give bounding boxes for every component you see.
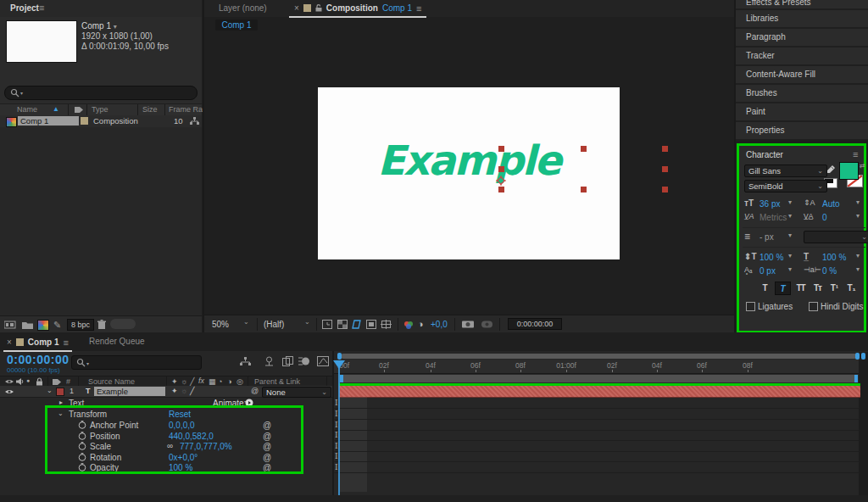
stopwatch-icon[interactable] — [78, 442, 86, 450]
selection-handle[interactable] — [581, 146, 587, 152]
ligatures-checkbox[interactable] — [746, 302, 755, 311]
expand-chevron-icon[interactable]: ▸ — [59, 399, 63, 406]
project-col-framerate[interactable]: Frame Ra.. — [169, 105, 207, 114]
interpret-footage-icon[interactable] — [4, 321, 16, 329]
panel-tab-properties[interactable]: Properties — [736, 122, 868, 141]
property-name[interactable]: Rotation — [90, 453, 121, 462]
playhead-line[interactable] — [338, 366, 340, 495]
project-panel-title[interactable]: Project — [10, 3, 39, 13]
work-area-start-handle[interactable] — [340, 375, 343, 382]
swap-fill-stroke-icon[interactable]: ⇄ — [860, 162, 865, 170]
subscript-button[interactable]: T₁ — [844, 282, 859, 293]
source-name-column[interactable]: Source Name — [88, 377, 135, 386]
show-snapshot-icon[interactable] — [481, 320, 492, 328]
project-col-type[interactable]: Type — [92, 105, 108, 114]
property-value[interactable]: 777,0,777,0% — [180, 442, 232, 451]
kerning-value[interactable]: Metrics — [760, 213, 787, 222]
composition-canvas[interactable]: Example — [318, 87, 620, 259]
stopwatch-icon[interactable] — [78, 421, 86, 429]
search-options-icon[interactable]: ▾ — [20, 91, 23, 96]
selection-handle[interactable] — [662, 166, 668, 172]
layer-label-swatch[interactable] — [56, 388, 64, 396]
panel-menu-icon[interactable]: ≡ — [853, 149, 858, 159]
panel-tab-libraries[interactable]: Libraries — [736, 10, 868, 29]
label-color-column-icon[interactable] — [75, 106, 83, 114]
text-group-label[interactable]: Text — [69, 399, 84, 408]
channel-rgb-icon[interactable] — [403, 321, 414, 329]
layer-visibility-eye-icon[interactable] — [4, 388, 14, 395]
resolution-dropdown[interactable]: (Half) — [264, 320, 284, 329]
search-options-icon[interactable]: ▾ — [86, 361, 89, 366]
panel-tab-content-aware-fill[interactable]: Content-Aware Fill — [736, 66, 868, 85]
project-col-size[interactable]: Size — [142, 105, 158, 114]
tab-composition[interactable]: × Composition Comp 1 ≡ — [289, 0, 426, 18]
layer-name[interactable]: Example — [94, 387, 165, 396]
stroke-style-dropdown[interactable]: ⌄ — [804, 231, 868, 243]
superscript-button[interactable]: T¹ — [827, 282, 842, 293]
transform-label[interactable]: Transform — [69, 410, 107, 419]
navigator-start-handle[interactable] — [337, 353, 342, 360]
layer-pickwhip-icon[interactable]: @ — [251, 387, 259, 395]
chevron-down-icon[interactable]: ⌄ — [304, 319, 310, 326]
unlock-icon[interactable] — [315, 4, 322, 12]
property-value[interactable]: 0x+0,0° — [169, 453, 198, 462]
panel-menu-icon[interactable]: ≡ — [416, 3, 421, 14]
stopwatch-icon[interactable] — [78, 432, 86, 440]
dropdown-icon[interactable]: ▾ — [856, 199, 860, 206]
tab-layer[interactable]: Layer (none) — [219, 3, 267, 13]
character-panel-title[interactable]: Character — [746, 150, 783, 159]
layer-expand-chevron-icon[interactable]: ⌄ — [47, 388, 53, 394]
property-name[interactable]: Opacity — [90, 463, 119, 472]
fill-color-swatch[interactable] — [839, 162, 859, 180]
transform-reset-link[interactable]: Reset — [169, 410, 191, 419]
work-area-bar[interactable] — [339, 374, 859, 383]
snapshot-camera-icon[interactable] — [462, 320, 474, 328]
dropdown-icon[interactable]: ▾ — [788, 232, 792, 239]
current-timecode[interactable]: 0:00:00:00 — [7, 353, 70, 366]
tab-timeline-comp[interactable]: × Comp 1 ≡ — [3, 334, 72, 352]
all-caps-button[interactable]: TT — [793, 282, 808, 293]
layer-quality-icon[interactable]: ✦ — [171, 387, 178, 395]
eyedropper-icon[interactable] — [826, 165, 836, 175]
pickwhip-icon[interactable]: @ — [263, 453, 271, 462]
property-row-position[interactable]: Position 440,0,582,0 @ — [0, 431, 332, 441]
parent-dropdown[interactable]: None⌄ — [262, 387, 331, 398]
layer-collapse-icon[interactable]: ☼ — [181, 387, 187, 395]
property-value[interactable]: 100 % — [169, 463, 192, 472]
faux-italic-button[interactable]: T — [775, 282, 791, 295]
pickwhip-icon[interactable]: @ — [263, 432, 271, 441]
motion-blur-icon[interactable] — [298, 356, 310, 366]
new-composition-icon[interactable] — [37, 320, 49, 331]
guides-icon[interactable] — [366, 320, 376, 329]
panel-tab-brushes[interactable]: Brushes — [736, 85, 868, 103]
tsume-value[interactable]: 0 % — [822, 266, 837, 276]
trash-icon[interactable] — [97, 320, 106, 329]
region-of-interest-icon[interactable] — [322, 320, 332, 329]
exposure-icon[interactable]: ◑ — [418, 319, 424, 329]
timeline-navigator-bar[interactable] — [341, 354, 857, 359]
project-comp-name[interactable]: Comp 1 ▾ — [81, 21, 169, 31]
exposure-value[interactable]: +0,0 — [431, 320, 448, 329]
stroke-width-value[interactable]: - px — [760, 232, 774, 242]
dropdown-icon[interactable]: ▾ — [788, 199, 792, 206]
dropdown-icon[interactable]: ▾ — [788, 253, 792, 259]
stopwatch-icon[interactable] — [78, 453, 86, 461]
panel-tab-paragraph[interactable]: Paragraph — [736, 29, 868, 47]
layer-duration-bar[interactable] — [339, 386, 860, 398]
pickwhip-icon[interactable]: @ — [263, 442, 271, 451]
dropdown-icon[interactable]: ▾ — [856, 266, 860, 273]
layer-quality-slash-icon[interactable]: ╱ — [190, 387, 194, 395]
faux-bold-button[interactable]: T — [758, 282, 772, 293]
property-name[interactable]: Scale — [90, 442, 111, 451]
vertical-scale-value[interactable]: 100 % — [760, 253, 783, 262]
property-name[interactable]: Anchor Point — [90, 421, 138, 430]
time-ruler[interactable]: :00f 02f 04f 06f 08f 01:00f 02f 04f 06f … — [334, 360, 859, 374]
pickwhip-icon[interactable]: @ — [263, 463, 271, 472]
timeline-search-input[interactable]: ▾ — [71, 355, 202, 370]
pickwhip-icon[interactable]: @ — [263, 421, 271, 430]
sort-ascending-icon[interactable]: ▲ — [53, 105, 59, 113]
collapse-chevron-icon[interactable]: ⌄ — [58, 410, 64, 417]
layer-row[interactable]: ⌄ 1 T Example ✦ ☼ ╱ @ None⌄ — [0, 386, 332, 398]
property-value[interactable]: 0,0,0,0 — [169, 421, 195, 430]
property-name[interactable]: Position — [90, 432, 120, 441]
